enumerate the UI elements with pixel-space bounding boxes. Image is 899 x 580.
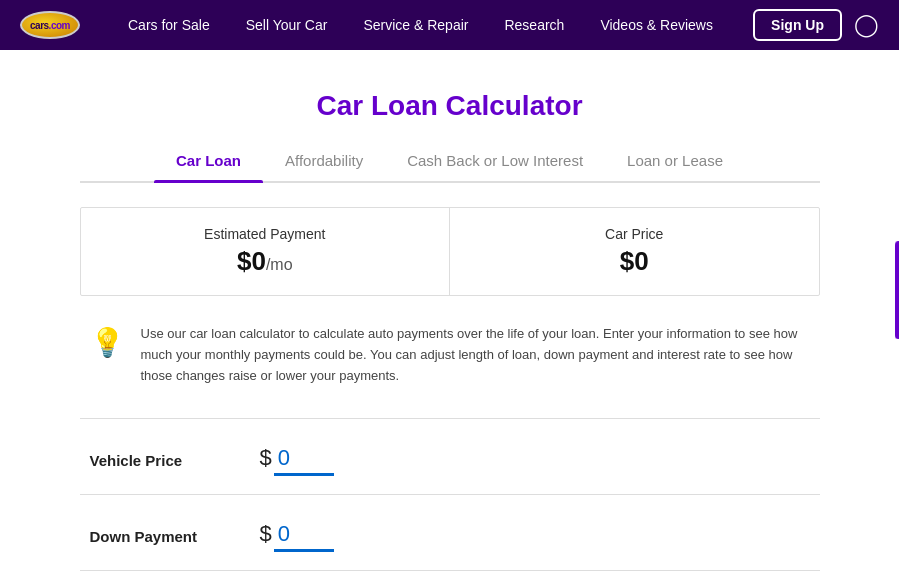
nav-videos-reviews[interactable]: Videos & Reviews	[582, 0, 731, 50]
nav-service-repair[interactable]: Service & Repair	[345, 0, 486, 50]
info-box: 💡 Use our car loan calculator to calcula…	[80, 324, 820, 386]
vehicle-price-wrap: $	[260, 445, 334, 476]
down-dollar-sign: $	[260, 521, 272, 547]
divider-1	[80, 418, 820, 419]
estimated-payment-label: Estimated Payment	[101, 226, 430, 242]
payment-unit: /mo	[266, 256, 293, 273]
vehicle-dollar-sign: $	[260, 445, 272, 471]
page-title: Car Loan Calculator	[80, 90, 820, 122]
nav-links: Cars for Sale Sell Your Car Service & Re…	[110, 0, 753, 50]
vehicle-price-input[interactable]	[274, 445, 334, 476]
divider-2	[80, 494, 820, 495]
main-content: Car Loan Calculator Car Loan Affordabili…	[60, 50, 840, 580]
down-payment-wrap: $	[260, 521, 334, 552]
nav-research[interactable]: Research	[486, 0, 582, 50]
tab-car-loan[interactable]: Car Loan	[154, 142, 263, 181]
tab-cash-back[interactable]: Cash Back or Low Interest	[385, 142, 605, 181]
nav-right: Sign Up ◯	[753, 9, 879, 41]
down-payment-row: Down Payment $	[80, 503, 820, 562]
nav-cars-for-sale[interactable]: Cars for Sale	[110, 0, 228, 50]
user-icon[interactable]: ◯	[854, 12, 879, 38]
estimated-payment-box: Estimated Payment $0/mo	[81, 208, 451, 295]
bulb-icon: 💡	[90, 326, 125, 359]
info-text: Use our car loan calculator to calculate…	[141, 324, 810, 386]
estimated-payment-value: $0/mo	[101, 246, 430, 277]
car-price-label: Car Price	[470, 226, 799, 242]
car-price-value: $0	[470, 246, 799, 277]
stats-row: Estimated Payment $0/mo Car Price $0	[80, 207, 820, 296]
tab-affordability[interactable]: Affordability	[263, 142, 385, 181]
nav-sell-your-car[interactable]: Sell Your Car	[228, 0, 346, 50]
divider-3	[80, 570, 820, 571]
logo-text: cars.com	[30, 20, 70, 31]
main-nav: cars.com Cars for Sale Sell Your Car Ser…	[0, 0, 899, 50]
vehicle-price-label: Vehicle Price	[90, 452, 260, 469]
vehicle-price-row: Vehicle Price $	[80, 427, 820, 486]
down-payment-input[interactable]	[274, 521, 334, 552]
sign-up-button[interactable]: Sign Up	[753, 9, 842, 41]
car-price-box: Car Price $0	[450, 208, 819, 295]
logo[interactable]: cars.com	[20, 11, 80, 39]
feedback-button[interactable]: Feedback	[894, 241, 899, 339]
fields-section: Vehicle Price $ Down Payment $ Trade-In …	[80, 418, 820, 580]
tab-loan-or-lease[interactable]: Loan or Lease	[605, 142, 745, 181]
down-payment-label: Down Payment	[90, 528, 260, 545]
tabs: Car Loan Affordability Cash Back or Low …	[80, 142, 820, 183]
